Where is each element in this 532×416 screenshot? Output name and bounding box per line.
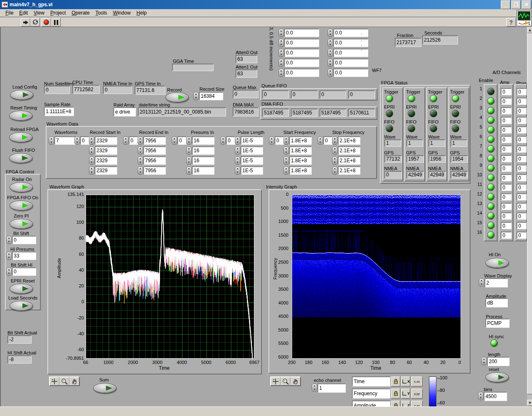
wf-value-field-spinner[interactable]: ▲▼ bbox=[138, 166, 143, 175]
record-size-field[interactable]: 16384 bbox=[199, 92, 223, 100]
close-button[interactable]: ✕ bbox=[522, 0, 531, 9]
menu-project[interactable]: Project bbox=[47, 9, 69, 17]
pan-tool-icon[interactable] bbox=[291, 377, 300, 386]
wf-value-field-spinner[interactable]: ▲▼ bbox=[283, 146, 289, 155]
wf-value-field-spinner[interactable]: ▲▼ bbox=[138, 146, 143, 155]
atten-field[interactable]: 0.0 bbox=[333, 59, 368, 67]
wf-value-field-spinner[interactable]: ▲▼ bbox=[138, 136, 143, 145]
atten-field-spinner[interactable]: ▲▼ bbox=[328, 39, 333, 47]
ad-enable-led[interactable] bbox=[487, 222, 495, 229]
ad-phase-field[interactable]: 0 bbox=[517, 193, 527, 201]
length-spinner[interactable]: ▲▼ bbox=[481, 357, 487, 365]
ad-phase-field[interactable]: 0 bbox=[517, 232, 527, 239]
axis-scale-icon[interactable]: Z bbox=[401, 401, 410, 406]
atten-field-spinner[interactable]: ▲▼ bbox=[328, 29, 333, 37]
atten-field[interactable]: 0.0 bbox=[333, 69, 368, 77]
sample-rate-field[interactable]: 1.11111E+8 bbox=[44, 107, 74, 116]
run-button[interactable] bbox=[21, 18, 30, 27]
length-field[interactable]: 200 bbox=[487, 357, 510, 366]
atten-field-spinner[interactable]: ▲▼ bbox=[278, 69, 284, 77]
wf-value-field[interactable]: 2.1E+8 bbox=[338, 166, 360, 175]
atten-field[interactable]: 0.0 bbox=[284, 39, 319, 47]
flush-fifo-button[interactable] bbox=[9, 153, 32, 163]
bins-field[interactable]: 4500 bbox=[484, 392, 507, 401]
wf-value-field[interactable]: 16 bbox=[192, 166, 214, 175]
hi-on-button[interactable] bbox=[485, 258, 509, 268]
sum-button[interactable] bbox=[93, 383, 116, 393]
ad-amp-field[interactable]: 0 bbox=[501, 117, 512, 124]
intensity-plot[interactable] bbox=[292, 195, 461, 359]
ad-enable-led[interactable] bbox=[487, 212, 495, 220]
echo-channel-spinner[interactable]: ▲▼ bbox=[312, 384, 317, 392]
ad-phase-field[interactable]: 0 bbox=[517, 117, 527, 124]
wf-value-field[interactable]: 16 bbox=[192, 156, 214, 165]
wf-value-field[interactable]: 7956 bbox=[143, 146, 166, 155]
wf-value-field-spinner[interactable]: ▲▼ bbox=[186, 136, 192, 145]
ad-phase-field[interactable]: 0 bbox=[517, 184, 527, 191]
wf-value-field-spinner[interactable]: ▲▼ bbox=[89, 136, 94, 145]
wf-index-field[interactable]: 0 bbox=[129, 136, 138, 145]
wf-value-field-spinner[interactable]: ▲▼ bbox=[332, 136, 337, 145]
waveforms-field-spinner[interactable]: ▲▼ bbox=[49, 136, 54, 145]
bit-shift-field[interactable]: 0 bbox=[12, 236, 36, 244]
ad-amp-field[interactable]: 0 bbox=[501, 146, 512, 153]
atten-field-spinner[interactable]: ▲▼ bbox=[278, 29, 284, 37]
ad-enable-led[interactable] bbox=[487, 155, 495, 162]
wf-value-field[interactable]: 16 bbox=[192, 146, 214, 155]
record-size-spinner[interactable]: ▲▼ bbox=[193, 92, 199, 100]
ad-phase-field[interactable]: 0 bbox=[517, 165, 527, 172]
wf-value-field[interactable]: 16 bbox=[192, 136, 214, 145]
atten-field[interactable]: 0.0 bbox=[284, 29, 319, 37]
wf-index-field-spinner[interactable]: ▲▼ bbox=[220, 136, 226, 145]
menu-tools[interactable]: Tools bbox=[93, 9, 110, 17]
atten-field-spinner[interactable]: ▲▼ bbox=[278, 39, 284, 47]
wf-index-field-spinner[interactable]: ▲▼ bbox=[123, 136, 128, 145]
wf-index-field-spinner[interactable]: ▲▼ bbox=[318, 136, 323, 145]
cursor-tool-icon[interactable] bbox=[271, 377, 281, 386]
ad-enable-led[interactable] bbox=[487, 107, 495, 114]
wf-value-field-spinner[interactable]: ▲▼ bbox=[283, 166, 289, 175]
bit-shift-spinner[interactable]: ▲▼ bbox=[6, 236, 12, 244]
zoom-tool-icon[interactable] bbox=[59, 377, 69, 386]
ad-phase-field[interactable]: 0 bbox=[517, 88, 527, 95]
wf-index-field[interactable]: 0 bbox=[226, 136, 235, 145]
wf-value-field-spinner[interactable]: ▲▼ bbox=[89, 156, 94, 165]
wf-value-field[interactable]: 7956 bbox=[143, 136, 166, 145]
ad-phase-field[interactable]: 0 bbox=[517, 126, 527, 134]
wf-index-field-spinner[interactable]: ▲▼ bbox=[74, 136, 80, 145]
atten-field-spinner[interactable]: ▲▼ bbox=[328, 59, 333, 67]
process-select[interactable]: PCMP bbox=[485, 319, 510, 328]
atten-field[interactable]: 0.0 bbox=[333, 39, 368, 47]
ad-amp-field[interactable]: 0 bbox=[501, 203, 512, 210]
wave-display-spinner[interactable]: ▲▼ bbox=[479, 278, 484, 287]
ad-amp-field[interactable]: 0 bbox=[501, 136, 512, 143]
wf-value-field-spinner[interactable]: ▲▼ bbox=[138, 156, 143, 165]
ad-enable-led[interactable] bbox=[487, 136, 495, 143]
ad-enable-led[interactable] bbox=[487, 116, 495, 124]
wf-value-field-spinner[interactable]: ▲▼ bbox=[89, 146, 94, 155]
fpga-fifo-on-button[interactable] bbox=[10, 201, 33, 210]
restore-button[interactable]: ❐ bbox=[511, 0, 521, 9]
wf-value-field-spinner[interactable]: ▲▼ bbox=[235, 156, 240, 165]
waveforms-field[interactable]: 7 bbox=[54, 136, 76, 145]
axis-format-icon[interactable]: y.yy bbox=[411, 389, 423, 399]
zoom-tool-icon[interactable] bbox=[281, 377, 291, 386]
wf-value-field[interactable]: 1.8E+8 bbox=[289, 146, 312, 155]
bins-spinner[interactable]: ▲▼ bbox=[478, 392, 483, 400]
menu-window[interactable]: Window bbox=[110, 9, 134, 17]
hi-presums-spinner[interactable]: ▲▼ bbox=[6, 252, 12, 260]
wf-value-field[interactable]: 1E-5 bbox=[241, 136, 263, 145]
amplitude-select[interactable]: dB bbox=[485, 298, 508, 307]
reload-fpga-button[interactable] bbox=[9, 132, 32, 142]
reset-button[interactable] bbox=[485, 372, 509, 382]
wf-value-field[interactable]: 2.1E+8 bbox=[338, 136, 360, 145]
help-button[interactable]: ? bbox=[506, 18, 516, 27]
ad-amp-field[interactable]: 0 bbox=[501, 222, 512, 229]
ad-phase-field[interactable]: 0 bbox=[517, 203, 527, 210]
ad-amp-field[interactable]: 0 bbox=[501, 174, 512, 181]
atten-field[interactable]: 0.0 bbox=[284, 59, 319, 67]
wf-value-field-spinner[interactable]: ▲▼ bbox=[283, 136, 289, 145]
atten-field[interactable]: 0.0 bbox=[284, 49, 319, 57]
wf-index-field[interactable]: 0 bbox=[80, 136, 89, 145]
scale-name-field[interactable]: Amplitude bbox=[352, 401, 390, 406]
